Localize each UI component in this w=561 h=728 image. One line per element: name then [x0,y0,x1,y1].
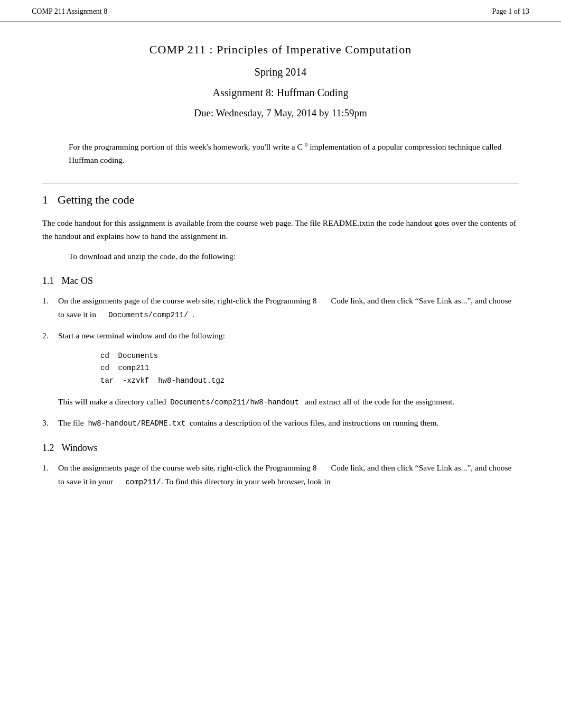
list-item-content: On the assignments page of the course we… [58,294,519,321]
inline-code: hw8-handout/README.txt [88,419,185,428]
section-1-heading: 1 Getting the code [42,183,519,207]
list-item-number: 1. [42,294,58,308]
doc-subtitle: Spring 2014 [42,66,519,78]
section1-body2: To download and unzip the code, do the f… [69,250,519,263]
item2-text: Start a new terminal window and do the f… [58,331,225,340]
list-item-content: The file hw8-handout/README.txt contains… [58,416,519,430]
list-item-number: 3. [42,416,58,430]
code-line: tar -xzvkf hw8-handout.tgz [100,375,519,388]
subsection-1-2: 1.2 Windows 1. On the assignments page o… [42,443,519,489]
subsection-1-1: 1.1 Mac OS 1. On the assignments page of… [42,275,519,430]
subsection-1-1-title: Mac OS [62,275,94,287]
header-right: Page 1 of 13 [492,7,529,16]
page-header: COMP 211 Assignment 8 Page 1 of 13 [0,0,561,22]
doc-assignment: Assignment 8: Huffman Coding [42,87,519,99]
list-item-number: 1. [42,461,58,475]
subsection-1-1-list: 1. On the assignments page of the course… [42,294,519,430]
section-1-number: 1 [42,193,48,207]
list-item: 1. On the assignments page of the course… [42,461,519,489]
subsection-1-2-list: 1. On the assignments page of the course… [42,461,519,489]
list-item: 3. The file hw8-handout/README.txt conta… [42,416,519,430]
code-line: cd Documents [100,350,519,363]
page-container: COMP 211 Assignment 8 Page 1 of 13 COMP … [0,0,561,728]
list-item-content: On the assignments page of the course we… [58,461,519,489]
inline-code: Documents/comp211/hw8-handout [170,398,299,407]
content-area: COMP 211 : Principles of Imperative Comp… [0,22,561,517]
list-item-number: 2. [42,329,58,343]
intro-paragraph: For the programming portion of this week… [69,140,519,167]
list-item-content: Start a new terminal window and do the f… [58,329,519,409]
subsection-1-1-number: 1.1 [42,275,54,287]
header-left: COMP 211 Assignment 8 [32,7,107,16]
inline-code: comp211/ [125,478,161,486]
item2-after: This will make a directory called Docume… [58,395,519,409]
doc-title: COMP 211 : Principles of Imperative Comp… [42,43,519,57]
section-1-title: Getting the code [58,193,134,207]
list-item: 1. On the assignments page of the course… [42,294,519,321]
subsection-1-2-title: Windows [62,443,98,454]
subsection-1-2-heading: 1.2 Windows [42,443,519,454]
code-block: cd Documents cd comp211 tar -xzvkf hw8-h… [100,350,519,388]
doc-due: Due: Wednesday, 7 May, 2014 by 11:59pm [42,107,519,119]
title-section: COMP 211 : Principles of Imperative Comp… [42,43,519,119]
section1-body1: The code handout for this assignment is … [42,216,519,243]
subsection-1-1-heading: 1.1 Mac OS [42,275,519,287]
code-line: cd comp211 [100,362,519,375]
subsection-1-2-number: 1.2 [42,443,54,454]
superscript-0: 0 [305,141,308,148]
inline-code: Documents/comp211/ [108,311,188,319]
list-item: 2. Start a new terminal window and do th… [42,329,519,409]
